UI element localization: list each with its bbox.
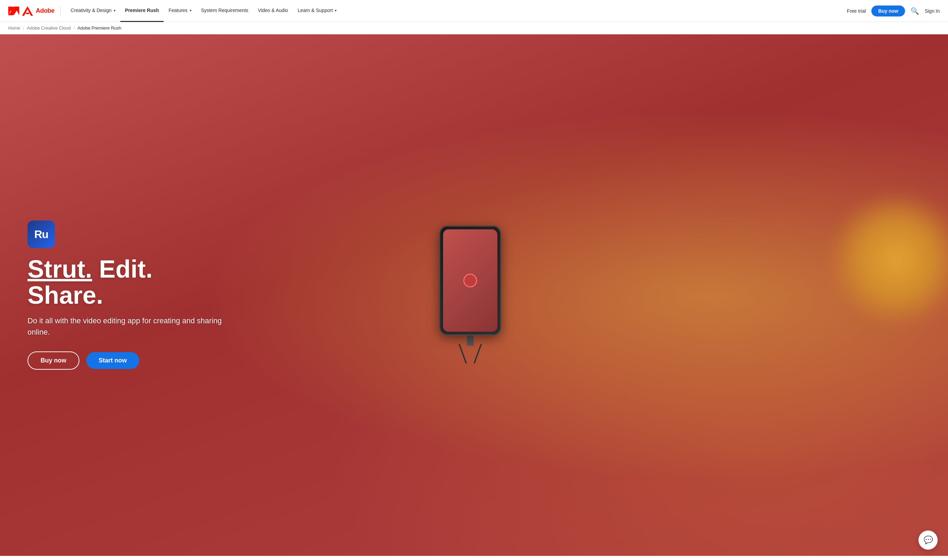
adobe-a-icon [22,6,33,16]
headline-strut: Strut. [28,255,92,283]
hero-buttons: Buy now Start now [28,351,227,370]
svg-marker-1 [25,13,29,14]
phone-body [439,226,501,335]
hero-buy-now-button[interactable]: Buy now [28,351,79,370]
breadcrumb: Home / Adobe Creative Cloud / Adobe Prem… [0,22,948,34]
nav-features[interactable]: Features ▾ [163,0,196,22]
chevron-down-icon: ▾ [190,9,191,12]
phone-screen-inner [463,274,477,288]
breadcrumb-separator: / [74,25,75,31]
tripod-leg-left [459,344,467,364]
nav-logo[interactable]: Adobe [8,6,60,16]
chevron-down-icon: ▾ [335,9,336,12]
svg-marker-0 [22,6,33,16]
hero-section: Ru Strut. Edit. Share. Do it all with th… [0,34,948,556]
nav-video-audio[interactable]: Video & Audio [253,0,293,22]
breadcrumb-separator: / [23,25,25,31]
nav-links: Creativity & Design ▾ Premiere Rush Feat… [66,0,847,22]
nav-learn-support[interactable]: Learn & Support ▾ [293,0,341,22]
main-nav: Adobe Creativity & Design ▾ Premiere Rus… [0,0,948,22]
nav-premiere-rush[interactable]: Premiere Rush [120,0,164,22]
buy-now-nav-button[interactable]: Buy now [871,6,905,17]
breadcrumb-creative-cloud[interactable]: Adobe Creative Cloud [27,25,71,31]
brand-name: Adobe [36,7,55,14]
hero-content: Ru Strut. Edit. Share. Do it all with th… [28,220,227,370]
hero-headline: Strut. Edit. Share. [28,256,227,308]
nav-creativity-design[interactable]: Creativity & Design ▾ [66,0,120,22]
nav-system-requirements[interactable]: System Requirements [196,0,253,22]
sign-in-link[interactable]: Sign In [925,8,940,14]
phone-screen [443,229,497,332]
chat-icon: 💬 [923,535,933,545]
free-trial-link[interactable]: Free trial [847,8,866,14]
breadcrumb-home[interactable]: Home [8,25,20,31]
hero-subtext: Do it all with the video editing app for… [28,315,227,338]
nav-actions: Free trial Buy now 🔍 Sign In [847,6,940,17]
search-icon[interactable]: 🔍 [911,7,919,15]
tripod-leg-right [474,344,482,364]
tripod-legs [459,344,482,365]
rush-app-icon: Ru [28,220,55,248]
hero-start-now-button[interactable]: Start now [86,352,139,369]
chat-widget[interactable]: 💬 [919,531,938,550]
adobe-logo-icon [8,6,19,16]
phone-tripod-illustration [432,226,508,365]
chevron-down-icon: ▾ [114,9,116,12]
breadcrumb-current: Adobe Premiere Rush [77,25,121,31]
